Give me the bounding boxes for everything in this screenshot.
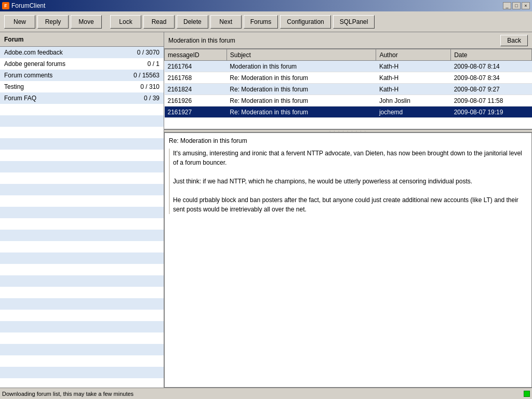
forum-list-empty-row	[0, 127, 164, 138]
forum-list-empty-row	[0, 321, 164, 332]
forums-button[interactable]: Forums	[244, 15, 278, 29]
preview-title: Re: Moderation in this forum	[169, 137, 527, 144]
message-preview: Re: Moderation in this forum It's amusin…	[164, 132, 532, 388]
forum-list-empty-row	[0, 378, 164, 388]
next-button[interactable]: Next	[210, 15, 242, 29]
forum-list-empty-row	[0, 355, 164, 367]
message-table-container[interactable]: messageID Subject Author Date 2161764 Mo…	[164, 49, 532, 129]
cell-messageid: 2161764	[165, 61, 227, 72]
forum-count: 0 / 310	[140, 83, 159, 90]
forum-list-item[interactable]: Testing 0 / 310	[0, 81, 164, 92]
forum-list-empty-row	[0, 310, 164, 321]
content-area: Forum Adobe.com feedback 0 / 3070Adobe g…	[0, 32, 532, 388]
forum-list-item[interactable]: Forum FAQ 0 / 39	[0, 92, 164, 104]
cell-author: Kath-H	[376, 72, 451, 84]
read-button[interactable]: Read	[143, 15, 175, 29]
cell-date: 2009-08-07 19:19	[451, 107, 532, 118]
forum-list-empty-row	[0, 264, 164, 275]
table-row[interactable]: 2161824 Re: Moderation in this forum Kat…	[165, 84, 532, 95]
minimize-button[interactable]: _	[503, 2, 511, 9]
forum-list[interactable]: Adobe.com feedback 0 / 3070Adobe general…	[0, 47, 164, 388]
cell-date: 2009-08-07 9:27	[451, 84, 532, 95]
title-bar-left: F ForumClient	[2, 2, 45, 9]
table-row[interactable]: 2161768 Re: Moderation in this forum Kat…	[165, 72, 532, 84]
toolbar: New Reply Move Lock Read Delete Next For…	[0, 11, 532, 32]
reply-button[interactable]: Reply	[37, 15, 69, 29]
status-text: Downloading forum list, this may take a …	[2, 391, 134, 397]
preview-body: It's amusing, interesting and ironic tha…	[169, 149, 527, 214]
table-row[interactable]: 2161926 Re: Moderation in this forum Joh…	[165, 95, 532, 107]
forum-name: Adobe general forums	[4, 60, 148, 68]
forum-list-empty-row	[0, 218, 164, 230]
new-button[interactable]: New	[4, 15, 35, 29]
thread-header: Moderation in this forum Back	[164, 32, 532, 49]
forum-list-empty-row	[0, 184, 164, 195]
forum-list-empty-row	[0, 298, 164, 310]
forum-list-empty-row	[0, 332, 164, 344]
delete-button[interactable]: Delete	[177, 15, 208, 29]
col-subject: Subject	[227, 49, 376, 61]
table-row[interactable]: 2161764 Moderation in this forum Kath-H …	[165, 61, 532, 72]
forum-list-empty-row	[0, 138, 164, 150]
main-container: New Reply Move Lock Read Delete Next For…	[0, 11, 532, 399]
forum-list-empty-row	[0, 275, 164, 287]
forum-list-empty-row	[0, 207, 164, 218]
forum-list-empty-row	[0, 252, 164, 264]
forum-name: Testing	[4, 83, 140, 90]
forum-list-item[interactable]: Forum comments 0 / 15563	[0, 70, 164, 81]
col-messageid: messageID	[165, 49, 227, 61]
thread-title: Moderation in this forum	[168, 37, 235, 44]
forum-list-item[interactable]: Adobe general forums 0 / 1	[0, 58, 164, 70]
forum-count: 0 / 39	[144, 95, 159, 102]
right-panel: Moderation in this forum Back messageID …	[164, 32, 532, 388]
forum-list-empty-row	[0, 172, 164, 184]
forum-list-empty-row	[0, 344, 164, 355]
col-date: Date	[451, 49, 532, 61]
cell-date: 2009-08-07 8:14	[451, 61, 532, 72]
app-icon: F	[2, 2, 9, 9]
back-button[interactable]: Back	[500, 35, 528, 46]
cell-messageid: 2161768	[165, 72, 227, 84]
app-title: ForumClient	[11, 2, 45, 9]
cell-subject: Re: Moderation in this forum	[227, 107, 376, 118]
forum-list-empty-row	[0, 150, 164, 161]
cell-date: 2009-08-07 11:58	[451, 95, 532, 107]
forum-list-empty-row	[0, 161, 164, 172]
title-bar: F ForumClient _ □ ×	[0, 0, 532, 11]
configuration-button[interactable]: Configuration	[280, 15, 330, 29]
table-row[interactable]: 2161927 Re: Moderation in this forum joc…	[165, 107, 532, 118]
move-button[interactable]: Move	[71, 15, 102, 29]
cell-author: John Joslin	[376, 95, 451, 107]
forum-list-empty-row	[0, 115, 164, 127]
forum-list-empty-row	[0, 104, 164, 115]
lock-button[interactable]: Lock	[110, 15, 141, 29]
forum-panel: Forum Adobe.com feedback 0 / 3070Adobe g…	[0, 32, 164, 388]
cell-messageid: 2161824	[165, 84, 227, 95]
forum-list-empty-row	[0, 367, 164, 378]
cell-author: Kath-H	[376, 61, 451, 72]
forum-list-empty-row	[0, 287, 164, 298]
window-controls[interactable]: _ □ ×	[503, 2, 530, 9]
forum-list-empty-row	[0, 241, 164, 252]
cell-author: Kath-H	[376, 84, 451, 95]
forum-list-empty-row	[0, 195, 164, 207]
forum-count: 0 / 15563	[134, 72, 159, 79]
sqlpanel-button[interactable]: SQLPanel	[333, 15, 375, 29]
forum-name: Forum comments	[4, 72, 134, 79]
cell-subject: Re: Moderation in this forum	[227, 84, 376, 95]
status-indicator	[524, 391, 530, 397]
forum-name: Adobe.com feedback	[4, 49, 137, 56]
cell-subject: Moderation in this forum	[227, 61, 376, 72]
maximize-button[interactable]: □	[512, 2, 521, 9]
cell-subject: Re: Moderation in this forum	[227, 95, 376, 107]
forum-list-item[interactable]: Adobe.com feedback 0 / 3070	[0, 47, 164, 58]
message-table: messageID Subject Author Date 2161764 Mo…	[164, 49, 532, 118]
forum-list-empty-row	[0, 230, 164, 241]
close-button[interactable]: ×	[522, 2, 530, 9]
cell-author: jochemd	[376, 107, 451, 118]
forum-name: Forum FAQ	[4, 95, 144, 102]
cell-date: 2009-08-07 8:34	[451, 72, 532, 84]
cell-subject: Re: Moderation in this forum	[227, 72, 376, 84]
cell-messageid: 2161926	[165, 95, 227, 107]
forum-count: 0 / 1	[148, 60, 159, 68]
